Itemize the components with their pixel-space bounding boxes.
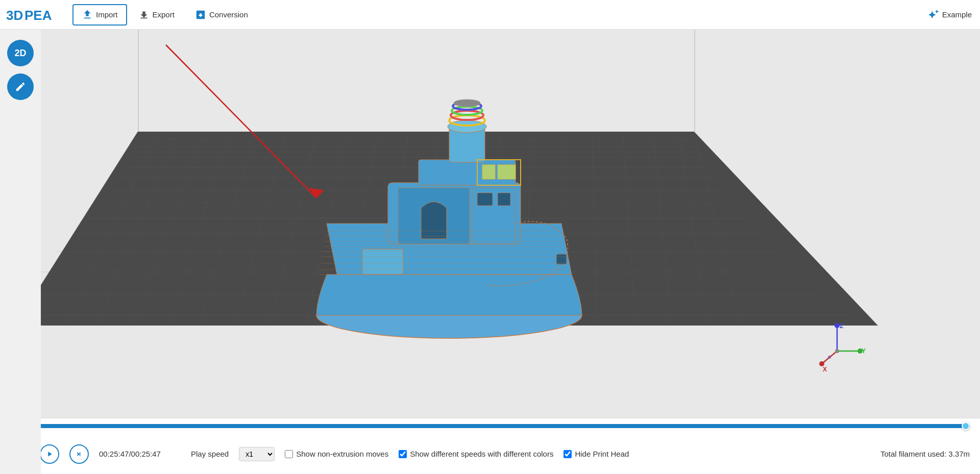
conversion-icon [195, 9, 206, 20]
svg-rect-57 [482, 165, 495, 179]
2d-label: 2D [14, 48, 26, 59]
export-icon [138, 9, 150, 20]
conversion-label: Conversion [209, 10, 248, 19]
filament-info: Total filament used: 3.37m [880, 450, 970, 458]
svg-point-71 [828, 356, 831, 359]
progress-thumb[interactable] [962, 422, 970, 430]
play-speed-label: Play speed [191, 450, 229, 458]
header: 3D PEA Import Export Conversion Example [0, 0, 980, 30]
bottom-bar: 00:25:47/00:25:47 Play speed x1 x2 x0.5 … [0, 418, 980, 474]
side-toolbar: 2D [0, 30, 41, 474]
filament-label: Total filament used: [880, 450, 946, 458]
logo-svg: 3D PEA [6, 6, 62, 24]
svg-rect-58 [498, 165, 516, 179]
import-button[interactable]: Import [72, 4, 127, 26]
filament-value: 3.37m [948, 450, 970, 458]
example-button[interactable]: Example [928, 9, 972, 20]
svg-text:PEA: PEA [24, 8, 52, 23]
progress-row [0, 418, 980, 434]
2d-view-button[interactable]: 2D [7, 40, 34, 66]
progress-track[interactable] [10, 424, 970, 428]
non-extrusion-label: Show non-extrusion moves [296, 450, 388, 458]
3d-scene: Z Y X [41, 30, 980, 418]
svg-rect-38 [138, 30, 139, 132]
time-display: 00:25:47/00:25:47 [99, 450, 181, 458]
export-label: Export [153, 10, 175, 19]
next-button[interactable] [69, 444, 89, 464]
svg-point-62 [835, 323, 840, 328]
non-extrusion-checkbox[interactable] [285, 450, 293, 458]
viewport: Z Y X [41, 30, 980, 418]
import-icon [82, 9, 93, 20]
edit-icon [15, 81, 26, 92]
different-speeds-label: Show different speeds with different col… [410, 450, 553, 458]
next-icon [75, 450, 83, 458]
svg-rect-39 [694, 30, 695, 132]
non-extrusion-group: Show non-extrusion moves [285, 450, 388, 458]
svg-rect-54 [362, 249, 403, 275]
svg-point-53 [454, 99, 480, 107]
controls-row: 00:25:47/00:25:47 Play speed x1 x2 x0.5 … [0, 434, 980, 474]
svg-text:Y: Y [862, 347, 866, 355]
hide-print-head-label: Hide Print Head [575, 450, 629, 458]
svg-point-70 [835, 349, 839, 353]
svg-rect-44 [477, 193, 493, 206]
play-button[interactable] [40, 444, 59, 464]
export-button[interactable]: Export [129, 4, 184, 26]
hide-head-group: Hide Print Head [564, 450, 629, 458]
different-speeds-checkbox[interactable] [399, 450, 407, 458]
app-logo: 3D PEA [6, 6, 62, 24]
edit-button[interactable] [7, 73, 34, 100]
conversion-button[interactable]: Conversion [186, 4, 257, 26]
example-icon [928, 9, 939, 20]
svg-text:Z: Z [840, 322, 843, 330]
play-icon [45, 450, 54, 458]
svg-rect-55 [556, 254, 567, 264]
progress-fill [10, 424, 970, 428]
hide-print-head-checkbox[interactable] [564, 450, 572, 458]
import-label: Import [96, 10, 118, 19]
svg-rect-45 [498, 193, 510, 206]
different-speeds-group: Show different speeds with different col… [399, 450, 553, 458]
svg-text:3D: 3D [6, 8, 23, 23]
speed-select[interactable]: x1 x2 x0.5 [239, 447, 275, 461]
svg-text:X: X [823, 366, 827, 373]
example-label: Example [942, 10, 972, 19]
